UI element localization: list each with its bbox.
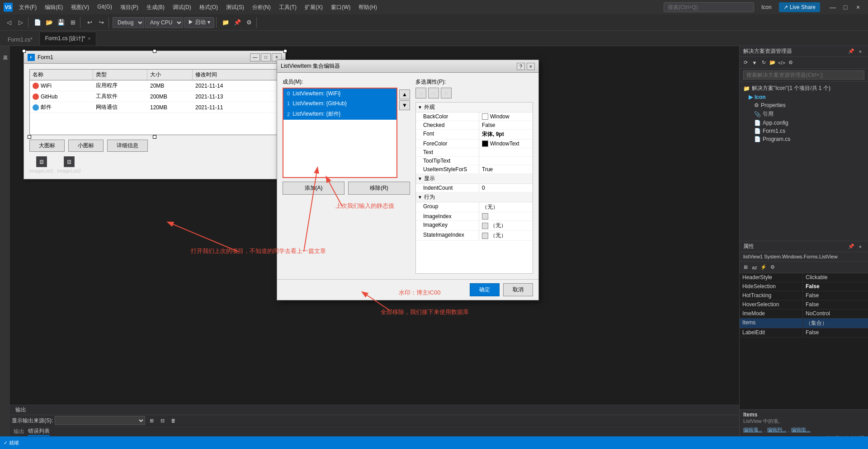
pp-settings-btn[interactable]: ⚙ [769,263,777,271]
pp-row-hideselection[interactable]: HideSelection False [740,282,868,291]
menu-format[interactable]: 格式(O) [196,2,222,13]
props-row-imageindex[interactable]: ImageIndex [416,212,533,221]
props-alpha-btn[interactable]: az [428,88,439,98]
pp-row-hoverselection[interactable]: HoverSelection False [740,300,868,309]
se-toolbar-btn5[interactable]: </> [778,59,786,67]
menu-build[interactable]: 生成(B) [143,2,168,13]
dialog-ok-button[interactable]: 确定 [470,283,500,296]
member-item-0[interactable]: 0 ListViewItem: {WiFi} [283,89,396,98]
debug-config-select[interactable]: Debug [113,17,144,28]
dialog-help-btn[interactable]: ? [517,63,525,70]
props-group-appearance[interactable]: ▼ 外观 [416,103,533,112]
props-row-backcolor[interactable]: BackColor Window [416,112,533,121]
pp-footer-link-editgroups[interactable]: 编辑组... [791,426,810,433]
remove-button[interactable]: 移除(R) [348,182,410,195]
props-group-behavior[interactable]: ▼ 行为 [416,192,533,202]
se-toolbar-btn6[interactable]: ⚙ [787,59,795,67]
platform-select[interactable]: Any CPU [145,17,183,28]
props-row-font[interactable]: Font 宋体, 9pt [416,130,533,140]
menu-edit[interactable]: 编辑(E) [41,2,66,13]
pp-footer-link-edititems[interactable]: 编辑项... [743,426,762,433]
save-button[interactable]: 💾 [56,17,66,28]
close-button[interactable]: × [852,1,864,14]
pp-events-btn[interactable]: ⚡ [760,263,768,271]
props-row-forecolor[interactable]: ForeColor WindowText [416,140,533,148]
open-folder-button[interactable]: 📁 [220,17,231,28]
menu-file[interactable]: 文件(F) [15,2,40,13]
add-button[interactable]: 添加(A) [283,182,344,195]
se-item-programcs[interactable]: 📄 Program.cs [740,135,868,143]
member-item-1[interactable]: 1 ListViewItem: {GitHub} [283,98,396,108]
start-button[interactable]: ▶ 启动 ▾ [184,17,214,28]
pp-row-items[interactable]: Items （集合） [740,318,868,328]
move-up-button[interactable]: ▲ [399,89,410,99]
se-toolbar-btn3[interactable]: ↻ [760,59,768,67]
move-down-button[interactable]: ▼ [399,100,410,110]
pp-row-labeledit[interactable]: LabelEdit False [740,328,868,337]
se-item-form1cs[interactable]: 📄 Form1.cs [740,127,868,135]
menu-git[interactable]: Git(G) [94,2,116,13]
menu-window[interactable]: 窗口(W) [327,2,354,13]
pp-row-imemode[interactable]: ImeMode NoControl [740,309,868,318]
undo-button[interactable]: ↩ [84,17,95,28]
se-toolbar-btn2[interactable]: ▼ [750,59,759,67]
live-share-button[interactable]: ↗ Live Share [779,2,820,12]
se-item-properties[interactable]: ⚙ Properties [740,101,868,109]
tab-form1cs-designer[interactable]: Form1.cs [设计]* × [39,32,97,46]
global-search[interactable] [664,2,754,12]
props-categorized-btn[interactable]: ⊞ [415,88,426,98]
open-button[interactable]: 📂 [44,17,55,28]
se-item-references[interactable]: 📎 引用 [740,109,868,119]
se-close-btn[interactable]: × [856,47,864,56]
settings-icon[interactable]: ⚙ [244,17,255,28]
props-settings-btn[interactable]: ⚙ [441,88,452,98]
props-row-useitemstyle[interactable]: UseItemStyleForS True [416,165,533,174]
forward-button[interactable]: ▷ [15,17,26,28]
pp-close-btn[interactable]: × [856,243,864,251]
props-row-imagekey[interactable]: ImageKey （无） [416,221,533,231]
props-label: 多选属性(P): [415,78,533,86]
menu-view[interactable]: 视图(V) [67,2,93,13]
se-search-input[interactable] [743,70,864,80]
menu-analyze[interactable]: 分析(N) [249,2,274,13]
pp-alpha-btn[interactable]: az [750,263,759,271]
props-group-display[interactable]: ▼ 显示 [416,174,533,184]
pp-row-hottracking[interactable]: HotTracking False [740,291,868,300]
pp-categorized-btn[interactable]: ⊞ [741,263,750,271]
menu-test[interactable]: 测试(S) [222,2,248,13]
menu-extensions[interactable]: 扩展(X) [301,2,326,13]
members-actions: 添加(A) 移除(R) [283,182,410,195]
back-button[interactable]: ◁ [4,17,14,28]
props-row-indentcount[interactable]: IndentCount 0 [416,184,533,192]
save-all-button[interactable]: ⊞ [67,17,78,28]
menu-debug[interactable]: 调试(D) [169,2,195,13]
pin-button[interactable]: 📌 [232,17,243,28]
se-toolbar-btn1[interactable]: ⟳ [741,59,750,67]
se-pin-btn[interactable]: 📌 [847,47,855,56]
member-item-2[interactable]: 2 ListViewItem: {邮件} [283,108,396,120]
dialog-cancel-button[interactable]: 取消 [503,283,533,296]
new-button[interactable]: 📄 [32,17,43,28]
se-toolbar-btn4[interactable]: 📂 [769,59,777,67]
tab-form1cs[interactable]: Form1.cs* [2,33,38,46]
se-item-appconfig[interactable]: 📄 App.config [740,119,868,127]
props-row-group[interactable]: Group （无） [416,202,533,212]
props-row-checked[interactable]: Checked False [416,121,533,130]
maximize-button[interactable]: □ [839,1,852,14]
menu-project[interactable]: 项目(P) [117,2,142,13]
props-row-stateimageindex[interactable]: StateImageIndex （无） [416,231,533,241]
tab-close-icon[interactable]: × [88,36,90,41]
pp-footer-link-editcols[interactable]: 编辑列... [767,426,786,433]
redo-button[interactable]: ↪ [96,17,107,28]
props-row-text[interactable]: Text [416,148,533,157]
props-row-tooltip[interactable]: ToolTipText [416,157,533,165]
se-item-icon[interactable]: ▶ Icon [740,93,868,101]
menu-tools[interactable]: 工具(T) [275,2,300,13]
pp-pin-btn[interactable]: 📌 [847,243,855,251]
sidebar-icon-1[interactable]: 工具箱 [1,48,9,56]
dialog-close-btn[interactable]: × [527,63,535,70]
minimize-button[interactable]: — [826,1,839,14]
pp-row-headerstyle[interactable]: HeaderStyle Clickable [740,273,868,282]
menu-help[interactable]: 帮助(H) [355,2,381,13]
props-tree: ▼ 外观 BackColor Window [415,102,533,274]
